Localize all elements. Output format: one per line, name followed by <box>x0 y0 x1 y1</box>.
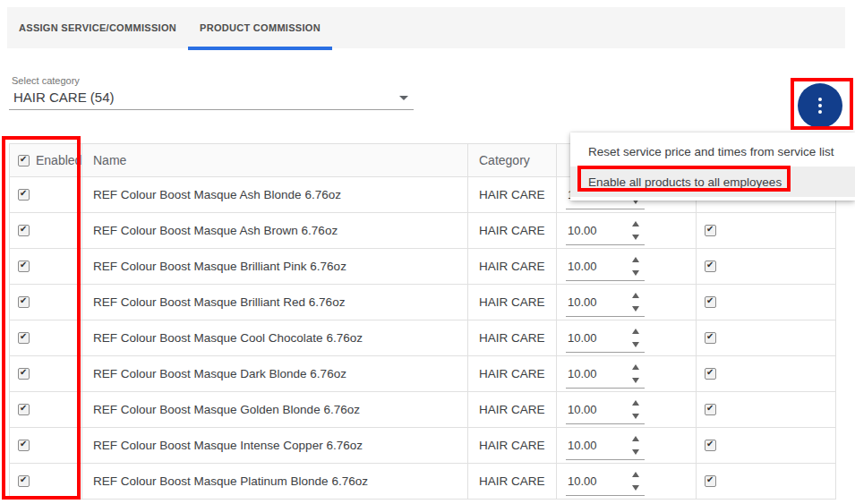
enabled-header-label: Enabled <box>36 153 81 167</box>
product-category: HAIR CARE <box>479 188 545 201</box>
product-name: REF Colour Boost Masque Dark Blonde 6.76… <box>93 367 346 380</box>
select-all-checkbox[interactable] <box>18 155 30 167</box>
category-select-value: HAIR CARE (54) <box>13 90 115 105</box>
commission-value[interactable]: 10.00 <box>568 403 597 416</box>
stepper-up-icon[interactable] <box>632 293 639 298</box>
enabled-checkbox[interactable] <box>18 332 30 344</box>
category-cell: HAIR CARE <box>468 177 557 212</box>
table-row: REF Colour Boost Masque Intense Copper 6… <box>10 428 835 464</box>
product-category: HAIR CARE <box>479 403 545 416</box>
commission-stepper: 10.00 <box>566 396 645 424</box>
enabled-checkbox[interactable] <box>18 225 30 236</box>
commission-stepper: 10.00 <box>566 467 645 496</box>
stepper-up-icon[interactable] <box>632 329 639 334</box>
product-category: HAIR CARE <box>479 367 545 380</box>
tab-label: ASSIGN SERVICE/COMMISSION <box>19 22 176 33</box>
category-cell: HAIR CARE <box>468 213 557 248</box>
category-select-label: Select category <box>12 75 80 86</box>
enabled-checkbox[interactable] <box>18 261 30 272</box>
stepper-up-icon[interactable] <box>632 257 639 262</box>
commission-value[interactable]: 10.00 <box>568 295 597 309</box>
name-cell: REF Colour Boost Masque Brilliant Pink 6… <box>82 249 468 284</box>
menu-item-enable-all-products[interactable]: Enable all products to all employees <box>570 167 855 197</box>
enabled-checkbox[interactable] <box>18 189 30 201</box>
enabled-cell <box>10 177 82 212</box>
enabled-checkbox[interactable] <box>18 475 30 487</box>
table-row: REF Colour Boost Masque Brilliant Red 6.… <box>10 285 835 320</box>
enabled-cell <box>10 320 82 355</box>
table-body: REF Colour Boost Masque Ash Blonde 6.76o… <box>10 177 835 500</box>
assigned-checkbox[interactable] <box>705 440 716 451</box>
stepper-down-icon[interactable] <box>632 414 639 419</box>
table-row: REF Colour Boost Masque Ash Brown 6.76oz… <box>10 213 835 249</box>
tab-bar: ASSIGN SERVICE/COMMISSION PRODUCT COMMIS… <box>7 7 845 48</box>
assigned-checkbox[interactable] <box>705 475 716 487</box>
commission-value[interactable]: 10.00 <box>568 224 597 237</box>
assigned-checkbox[interactable] <box>705 225 716 236</box>
name-cell: REF Colour Boost Masque Intense Copper 6… <box>82 428 468 463</box>
enabled-cell <box>10 356 82 391</box>
stepper-down-icon[interactable] <box>632 270 639 276</box>
commission-cell: 10.00 <box>557 320 697 355</box>
assigned-cell <box>697 392 835 427</box>
enabled-cell <box>10 213 82 248</box>
stepper-down-icon[interactable] <box>632 342 639 347</box>
commission-stepper: 10.00 <box>566 431 645 460</box>
name-cell: REF Colour Boost Masque Cool Chocolate 6… <box>82 320 468 355</box>
table-row: REF Colour Boost Masque Golden Blonde 6.… <box>10 392 835 428</box>
stepper-down-icon[interactable] <box>632 306 639 312</box>
tab-product-commission[interactable]: PRODUCT COMMISSION <box>188 7 332 48</box>
enabled-checkbox[interactable] <box>18 368 30 380</box>
stepper-down-icon[interactable] <box>632 378 639 383</box>
stepper-up-icon[interactable] <box>632 364 639 370</box>
table-row: REF Colour Boost Masque Brilliant Pink 6… <box>10 249 835 285</box>
product-category: HAIR CARE <box>479 260 545 273</box>
actions-menu: Reset service price and times from servi… <box>570 132 855 201</box>
assigned-cell <box>697 464 835 499</box>
category-cell: HAIR CARE <box>468 392 557 427</box>
table-row: REF Colour Boost Masque Platinum Blonde … <box>10 464 835 500</box>
category-select[interactable]: Select category HAIR CARE (54) <box>9 75 414 110</box>
table-row: REF Colour Boost Masque Dark Blonde 6.76… <box>10 356 835 392</box>
product-category: HAIR CARE <box>479 474 545 488</box>
commission-value[interactable]: 10.00 <box>568 474 597 488</box>
enabled-cell <box>10 464 82 499</box>
assigned-checkbox[interactable] <box>705 404 716 415</box>
commission-value[interactable]: 10.00 <box>568 367 597 380</box>
assigned-cell <box>697 320 835 355</box>
enabled-cell <box>10 249 82 284</box>
assigned-checkbox[interactable] <box>705 261 716 272</box>
stepper-down-icon[interactable] <box>632 235 639 240</box>
product-name: REF Colour Boost Masque Platinum Blonde … <box>93 474 368 488</box>
menu-item-reset-service-price[interactable]: Reset service price and times from servi… <box>570 136 855 167</box>
commission-value[interactable]: 10.00 <box>568 439 597 452</box>
enabled-checkbox[interactable] <box>18 296 30 308</box>
enabled-checkbox[interactable] <box>18 404 30 415</box>
category-header-cell: Category <box>468 144 557 176</box>
commission-value[interactable]: 10.00 <box>568 331 597 345</box>
stepper-up-icon[interactable] <box>632 472 639 477</box>
product-category: HAIR CARE <box>479 224 545 237</box>
enabled-cell <box>10 392 82 427</box>
enabled-checkbox[interactable] <box>18 440 30 451</box>
product-commission-screen: ASSIGN SERVICE/COMMISSION PRODUCT COMMIS… <box>0 0 855 504</box>
enabled-cell <box>10 428 82 463</box>
product-category: HAIR CARE <box>479 439 545 452</box>
stepper-up-icon[interactable] <box>632 400 639 406</box>
commission-value[interactable]: 10.00 <box>568 260 597 273</box>
assigned-checkbox[interactable] <box>705 296 716 308</box>
commission-stepper: 10.00 <box>566 360 645 389</box>
tab-assign-service-commission[interactable]: ASSIGN SERVICE/COMMISSION <box>7 7 188 48</box>
assigned-checkbox[interactable] <box>705 332 716 344</box>
stepper-up-icon[interactable] <box>632 221 639 226</box>
product-name: REF Colour Boost Masque Intense Copper 6… <box>93 439 363 452</box>
actions-fab[interactable] <box>798 83 842 128</box>
commission-cell: 10.00 <box>557 249 697 284</box>
product-category: HAIR CARE <box>479 295 545 309</box>
assigned-checkbox[interactable] <box>705 368 716 380</box>
stepper-up-icon[interactable] <box>632 436 639 441</box>
name-cell: REF Colour Boost Masque Brilliant Red 6.… <box>82 285 468 320</box>
stepper-down-icon[interactable] <box>632 485 639 491</box>
stepper-down-icon[interactable] <box>632 449 639 455</box>
table-row: REF Colour Boost Masque Cool Chocolate 6… <box>10 320 835 356</box>
